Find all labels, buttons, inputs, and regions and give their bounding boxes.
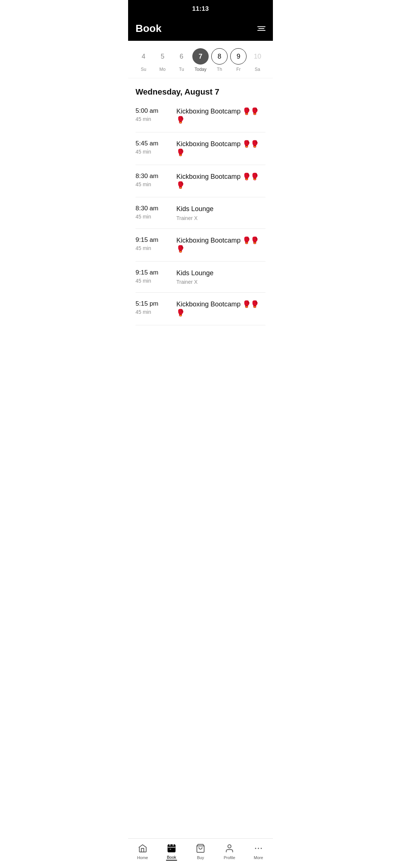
status-bar: 11:13	[128, 0, 273, 18]
class-name-3: Kickboxing Bootcamp 🥊🥊🥊	[176, 172, 265, 190]
day-number-6: 6	[173, 48, 190, 65]
calendar-day-10[interactable]: 10 Sa	[249, 48, 265, 72]
duration-label-6: 45 min	[136, 278, 151, 284]
day-label-th: Th	[217, 67, 222, 72]
class-info-1: Kickboxing Bootcamp 🥊🥊🥊	[176, 107, 265, 125]
class-time-1: 5:00 am 45 min	[136, 107, 169, 122]
class-item-4[interactable]: 8:30 am 45 min Kids Lounge Trainer X	[136, 197, 265, 228]
class-name-4: Kids Lounge	[176, 205, 265, 213]
time-label-7: 5:15 pm	[136, 300, 158, 308]
page-title: Book	[136, 23, 162, 34]
day-number-8: 8	[211, 48, 228, 65]
class-name-5: Kickboxing Bootcamp 🥊🥊🥊	[176, 236, 265, 254]
day-number-4: 4	[136, 48, 152, 65]
class-item-5[interactable]: 9:15 am 45 min Kickboxing Bootcamp 🥊🥊🥊	[136, 229, 265, 262]
class-info-5: Kickboxing Bootcamp 🥊🥊🥊	[176, 236, 265, 254]
duration-label-3: 45 min	[136, 181, 151, 187]
calendar-day-7[interactable]: 7 Today	[192, 48, 209, 72]
class-time-3: 8:30 am 45 min	[136, 172, 169, 187]
calendar-day-6[interactable]: 6 Tu	[173, 48, 190, 72]
filter-icon-line3	[257, 30, 265, 31]
time-label-3: 8:30 am	[136, 172, 158, 180]
time-label-4: 8:30 am	[136, 205, 158, 212]
day-number-5: 5	[154, 48, 171, 65]
class-trainer-6: Trainer X	[176, 279, 265, 285]
class-name-6: Kids Lounge	[176, 269, 265, 277]
status-time: 11:13	[192, 5, 209, 13]
class-item-7[interactable]: 5:15 pm 45 min Kickboxing Bootcamp 🥊🥊🥊	[136, 293, 265, 325]
day-label-su: Su	[141, 67, 146, 72]
class-item-6[interactable]: 9:15 am 45 min Kids Lounge Trainer X	[136, 262, 265, 293]
calendar-day-8[interactable]: 8 Th	[211, 48, 228, 72]
filter-icon	[257, 26, 265, 27]
header: Book	[128, 18, 273, 41]
class-name-2: Kickboxing Bootcamp 🥊🥊🥊	[176, 140, 265, 157]
class-item-2[interactable]: 5:45 am 45 min Kickboxing Bootcamp 🥊🥊🥊	[136, 132, 265, 165]
day-label-today: Today	[195, 67, 206, 72]
class-info-4: Kids Lounge Trainer X	[176, 205, 265, 221]
calendar-day-5[interactable]: 5 Mo	[154, 48, 171, 72]
class-info-7: Kickboxing Bootcamp 🥊🥊🥊	[176, 300, 265, 318]
class-name-7: Kickboxing Bootcamp 🥊🥊🥊	[176, 300, 265, 318]
filter-icon-line2	[258, 28, 264, 29]
duration-label-5: 45 min	[136, 245, 151, 251]
calendar-strip: 4 Su 5 Mo 6 Tu 7 Today 8 Th 9 Fr 10 Sa	[128, 41, 273, 78]
class-info-6: Kids Lounge Trainer X	[176, 269, 265, 285]
class-item-3[interactable]: 8:30 am 45 min Kickboxing Bootcamp 🥊🥊🥊	[136, 165, 265, 198]
day-number-7: 7	[192, 48, 209, 65]
class-time-4: 8:30 am 45 min	[136, 205, 169, 220]
day-number-10: 10	[249, 48, 265, 65]
duration-label-7: 45 min	[136, 309, 151, 315]
time-label-6: 9:15 am	[136, 269, 158, 276]
date-heading: Wednesday, August 7	[128, 78, 273, 100]
class-info-3: Kickboxing Bootcamp 🥊🥊🥊	[176, 172, 265, 190]
class-time-5: 9:15 am 45 min	[136, 236, 169, 251]
time-label-2: 5:45 am	[136, 140, 158, 147]
time-label-1: 5:00 am	[136, 107, 158, 115]
class-name-1: Kickboxing Bootcamp 🥊🥊🥊	[176, 107, 265, 125]
day-label-sa: Sa	[255, 67, 260, 72]
calendar-day-4[interactable]: 4 Su	[136, 48, 152, 72]
day-label-mo: Mo	[159, 67, 166, 72]
class-item-1[interactable]: 5:00 am 45 min Kickboxing Bootcamp 🥊🥊🥊	[136, 100, 265, 132]
filter-button[interactable]	[257, 26, 265, 31]
duration-label-1: 45 min	[136, 116, 151, 122]
class-time-7: 5:15 pm 45 min	[136, 300, 169, 315]
day-label-tu: Tu	[179, 67, 184, 72]
class-trainer-4: Trainer X	[176, 215, 265, 221]
calendar-day-9[interactable]: 9 Fr	[230, 48, 247, 72]
class-info-2: Kickboxing Bootcamp 🥊🥊🥊	[176, 140, 265, 157]
class-time-2: 5:45 am 45 min	[136, 140, 169, 155]
day-number-9: 9	[230, 48, 247, 65]
duration-label-2: 45 min	[136, 149, 151, 155]
time-label-5: 9:15 am	[136, 236, 158, 244]
class-time-6: 9:15 am 45 min	[136, 269, 169, 284]
duration-label-4: 45 min	[136, 214, 151, 220]
day-label-fr: Fr	[237, 67, 241, 72]
classes-list: 5:00 am 45 min Kickboxing Bootcamp 🥊🥊🥊 5…	[128, 100, 273, 325]
